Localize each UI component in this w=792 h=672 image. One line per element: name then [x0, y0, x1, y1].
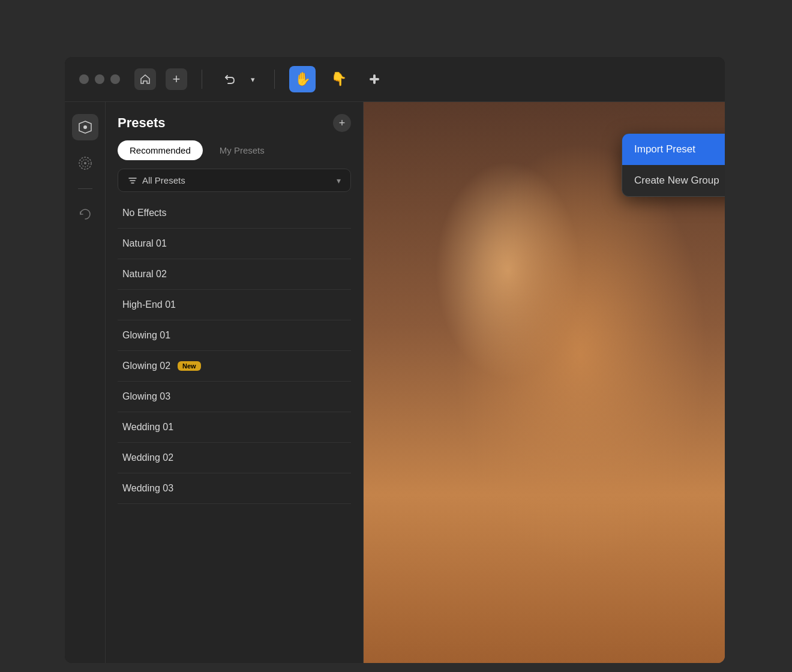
sidebar-divider — [78, 188, 92, 189]
preset-item-natural-02[interactable]: Natural 02 — [118, 259, 351, 290]
add-icon-btn[interactable]: + — [166, 68, 187, 90]
minimize-button[interactable] — [95, 74, 104, 84]
history-sidebar-button[interactable] — [72, 201, 98, 227]
undo-dropdown-button[interactable]: ▾ — [245, 66, 260, 92]
home-icon — [139, 73, 151, 85]
undo-button[interactable] — [217, 66, 243, 92]
svg-point-5 — [84, 162, 86, 164]
home-icon-btn[interactable] — [134, 68, 156, 90]
preset-item-wedding-02[interactable]: Wedding 02 — [118, 443, 351, 473]
dropdown-overlay: Import Preset › Create New Group Preset … — [364, 102, 725, 663]
healing-icon — [368, 73, 381, 86]
sidebar-icons — [65, 102, 106, 663]
dropdown-item-import-preset[interactable]: Import Preset › — [622, 134, 725, 165]
new-badge: New — [178, 361, 201, 371]
preset-item-glowing-01[interactable]: Glowing 01 — [118, 320, 351, 351]
preset-item-wedding-03[interactable]: Wedding 03 — [118, 473, 351, 504]
filter-chevron-icon: ▾ — [337, 176, 341, 185]
presets-list: No Effects Natural 01 Natural 02 High-En… — [106, 198, 363, 663]
presets-add-button[interactable]: + — [333, 114, 351, 132]
presets-filter-label: All Presets — [128, 175, 185, 185]
dropdown-item-create-group[interactable]: Create New Group — [622, 165, 725, 196]
grab-tool-icon: 👇 — [331, 71, 347, 87]
title-bar-divider2 — [274, 70, 275, 89]
texture-sidebar-icon — [77, 155, 94, 172]
presets-sidebar-icon — [77, 119, 94, 136]
title-bar: + ▾ ✋ 👇 — [65, 57, 725, 102]
undo-icon — [223, 73, 236, 86]
preset-item-natural-01[interactable]: Natural 01 — [118, 229, 351, 259]
healing-tool-button[interactable] — [361, 66, 388, 92]
app-window: + ▾ ✋ 👇 — [65, 57, 725, 663]
title-bar-divider — [202, 70, 202, 89]
primary-dropdown-menu: Import Preset › Create New Group — [622, 133, 725, 197]
hand-tool-button[interactable]: ✋ — [289, 66, 316, 92]
presets-panel: Presets + Recommended My Presets All Pre… — [106, 102, 364, 663]
photo-background: Import Preset › Create New Group Preset … — [364, 102, 725, 663]
photo-area: Import Preset › Create New Group Preset … — [364, 102, 725, 663]
texture-sidebar-button[interactable] — [72, 150, 98, 176]
presets-title: Presets — [118, 115, 166, 131]
svg-rect-1 — [373, 74, 376, 84]
presets-tabs: Recommended My Presets — [106, 132, 363, 169]
hand-tool-icon: ✋ — [295, 71, 311, 87]
preset-item-glowing-03[interactable]: Glowing 03 — [118, 382, 351, 412]
main-content: Presets + Recommended My Presets All Pre… — [65, 102, 725, 663]
preset-item-high-end-01[interactable]: High-End 01 — [118, 290, 351, 320]
close-button[interactable] — [79, 74, 89, 84]
svg-point-2 — [83, 125, 87, 129]
presets-header: Presets + — [106, 102, 363, 132]
window-controls — [79, 74, 120, 84]
maximize-button[interactable] — [110, 74, 120, 84]
presets-sidebar-button[interactable] — [72, 114, 98, 140]
tab-my-presets[interactable]: My Presets — [208, 140, 277, 160]
preset-item-wedding-01[interactable]: Wedding 01 — [118, 412, 351, 443]
filter-icon — [128, 176, 137, 185]
preset-item-no-effects[interactable]: No Effects — [118, 198, 351, 229]
presets-filter-dropdown[interactable]: All Presets ▾ — [118, 169, 351, 192]
tab-recommended[interactable]: Recommended — [118, 140, 203, 160]
history-sidebar-icon — [77, 206, 94, 223]
undo-group: ▾ — [217, 66, 260, 92]
preset-item-glowing-02[interactable]: Glowing 02 New — [118, 351, 351, 382]
grab-tool-button[interactable]: 👇 — [325, 66, 352, 92]
